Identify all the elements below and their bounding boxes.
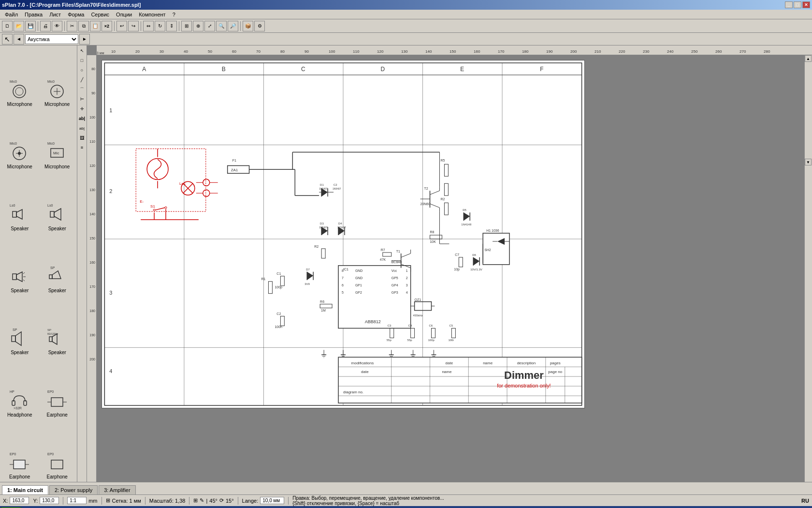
svg-rect-169 [430,235,442,239]
ruler-top: 3 мм 10 20 30 40 50 60 70 80 90 100 110 … [97,45,812,55]
svg-text:GP1: GP1 [355,284,362,287]
open-button[interactable]: 📂 [14,21,24,31]
save-button[interactable]: 💾 [25,21,36,31]
label-tool[interactable]: ab| [78,124,87,133]
tab-main-circuit[interactable]: 1: Main circuit [2,485,48,494]
svg-text:3V9: 3V9 [304,283,310,285]
minimize-button[interactable]: _ [785,1,793,8]
paste-button[interactable]: 📋 [90,21,101,31]
ellipse-tool[interactable]: ○ [78,66,87,75]
menu-shape[interactable]: Форма [65,11,87,18]
separator-1 [38,21,38,31]
drawing-canvas[interactable]: A B C D E F 1 2 3 4 [97,55,812,482]
microphone-icon-3: Mic0 [8,139,32,163]
text-tool[interactable]: ab| [78,114,87,123]
scroll-up[interactable]: ▲ [805,55,812,62]
component-microphone-3[interactable]: Mic0 Microphone [1,108,39,170]
ruler-mark-130: 130 [401,49,407,54]
zoom-all-button[interactable]: ⤢ [204,21,215,31]
cut-button[interactable]: ✂ [67,21,77,31]
rotate-button[interactable]: ↻ [155,21,165,31]
svg-text:20N60: 20N60 [420,202,431,206]
ruler-mark-270: 270 [740,49,746,54]
divider-4 [189,497,189,505]
arrow-tool[interactable]: ↖ [78,46,87,55]
snap-button[interactable]: ⊕ [193,21,203,31]
grid-button[interactable]: ⊞ [181,21,192,31]
copy-button[interactable]: ⧉ [78,21,89,31]
divider-1 [63,497,63,505]
component-speaker-5[interactable]: SP Speaker [1,295,39,357]
ruler-mark-100: 100 [329,49,335,54]
svg-text:C1: C1 [276,272,281,275]
component-speaker-3[interactable]: Speaker [1,233,39,295]
new-button[interactable]: 🗋 [2,21,13,31]
menu-options[interactable]: Опции [113,11,135,18]
svg-rect-178 [459,257,463,267]
svg-text:T1: T1 [396,250,400,253]
settings-button[interactable]: ⚙ [254,21,265,31]
component-headphone[interactable]: HP >32R Headphone [1,357,39,418]
scroll-down[interactable]: ▼ [805,159,812,165]
component-speaker-6[interactable]: SP 8Ω/120Hz Speaker [39,295,76,357]
poly-tool[interactable]: ⌒ [78,85,87,94]
tab-power-supply[interactable]: 2: Power supply [49,485,98,494]
svg-text:2: 2 [109,188,112,194]
redo-button[interactable]: ↪ [128,21,139,31]
svg-rect-162 [444,203,448,215]
svg-rect-146 [383,253,392,256]
zoom-out-button[interactable]: 🔎 [228,21,238,31]
scale2-value: Масштаб: 1,38 [149,498,186,504]
nav-left[interactable]: ◄ [14,34,24,45]
menu-edit[interactable]: Правка [22,11,45,18]
x2-button[interactable]: ×2 [102,21,112,31]
wire-tool[interactable]: ⊢ [78,95,87,104]
svg-text:D3: D3 [320,222,324,225]
svg-point-88 [203,179,210,186]
print-button[interactable]: 🖨 [40,21,51,31]
component-earphone-1[interactable]: EP0 Earphone [39,357,76,418]
svg-text:55p: 55p [387,339,392,342]
maximize-button[interactable]: □ [794,1,801,8]
svg-text:1N5407: 1N5407 [333,187,341,190]
angle1-value: 45° [209,498,218,504]
vertical-scrollbar[interactable]: ▲ ▼ [804,55,812,482]
zoom-in-button[interactable]: 🔍 [216,21,227,31]
component-speaker-1[interactable]: Ls0 Speaker [1,171,39,233]
svg-text:SH2: SH2 [484,248,491,252]
move-tool[interactable]: ✛ [78,105,87,113]
component-library-button[interactable]: 📦 [243,21,253,31]
line-tool[interactable]: ╱ [78,75,87,84]
svg-text:H1 1036: H1 1036 [486,229,499,232]
menu-file[interactable]: Файл [2,11,21,18]
menu-service[interactable]: Сервис [88,11,112,18]
component-speaker-2[interactable]: Ls0 Speaker [39,171,76,233]
tab-amplifier[interactable]: 3: Amplifier [99,485,135,494]
speaker-label-5: Speaker [11,350,29,355]
nav-right[interactable]: ► [79,34,90,45]
component-speaker-4[interactable]: SP Speaker [39,233,76,295]
netlist-tool[interactable]: ≡ [78,143,87,152]
svg-text:HP: HP [10,390,14,393]
category-dropdown[interactable]: Акустика [25,34,78,44]
image-tool[interactable]: 🖼 [78,134,87,142]
menu-component[interactable]: Компонент [136,11,168,18]
rect-tool[interactable]: □ [78,56,87,65]
close-button[interactable]: ✕ [802,1,810,8]
select-tool[interactable]: ↖ [2,34,13,45]
menu-help[interactable]: ? [170,11,178,18]
component-microphone-4[interactable]: Mic0 Mic Microphone [39,108,76,170]
svg-text:455kHz: 455kHz [413,314,423,317]
mirror-h-button[interactable]: ⇔ [143,21,154,31]
menu-sheet[interactable]: Лист [46,11,64,18]
component-microphone-1[interactable]: Mic0 Microphone [1,46,39,108]
svg-rect-211 [431,328,435,338]
angle1-icon: | [206,498,207,504]
undo-button[interactable]: ↩ [116,21,127,31]
print-preview-button[interactable]: 👁 [52,21,62,31]
component-earphone-2[interactable]: EP0 Earphone [1,419,39,481]
component-microphone-2[interactable]: Mic0 Microphone [39,46,76,108]
ruler-left-120: 120 [89,164,95,167]
mirror-v-button[interactable]: ⇕ [166,21,177,31]
component-earphone-3[interactable]: EP0 Earphone [39,419,76,481]
